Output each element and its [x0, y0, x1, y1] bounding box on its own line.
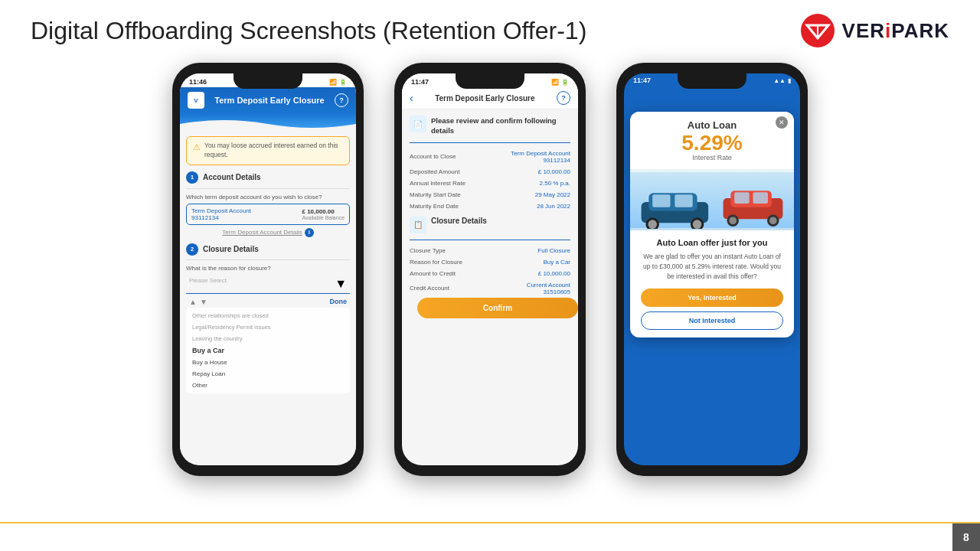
- detail-row-credit-amount: Amount to Credit £ 10,000.00: [410, 268, 570, 279]
- modal-offer-desc: We are glad to offer you an instant Auto…: [641, 252, 783, 281]
- warning-text: You may loose accrued interest earned on…: [204, 142, 343, 160]
- modal-body: Auto Loan offer just for you We are glad…: [630, 230, 794, 337]
- vp-small-logo: V: [188, 92, 204, 109]
- phones-container: 11:46 📶 🔋 V Term Deposit Early Closure ?: [0, 55, 980, 484]
- section-1-title: Account Details: [203, 173, 261, 181]
- detail-value-account: Term Deposit Account93112134: [511, 150, 570, 164]
- phone-1-help-button[interactable]: ?: [335, 93, 348, 107]
- dropdown-item-6[interactable]: Other: [186, 380, 350, 391]
- account-amount: £ 10,000.00: [302, 208, 345, 215]
- detail-row-end: Maturity End Date 28 Jun 2022: [410, 201, 570, 212]
- select-arrow: ▼: [335, 277, 347, 291]
- logo-area: VERiPARK: [801, 14, 949, 47]
- svg-point-10: [769, 217, 777, 224]
- done-button[interactable]: Done: [330, 298, 348, 305]
- info-icon: i: [305, 228, 314, 237]
- td-details-text: Term Deposit Account Details: [222, 229, 302, 236]
- warning-icon: ⚠: [193, 142, 201, 152]
- confirm-section: 📄 Please review and confirm following de…: [410, 116, 570, 136]
- battery-icon-2: 🔋: [561, 79, 569, 86]
- detail-value-reason: Buy a Car: [543, 259, 570, 266]
- account-selector[interactable]: Term Deposit Account93112134 £ 10,000.00…: [186, 204, 350, 225]
- svg-rect-13: [652, 194, 670, 207]
- closure-section-title: Closure Details: [431, 217, 487, 225]
- phone-2-header-title: Term Deposit Early Closure: [435, 94, 534, 103]
- detail-row-credit-account: Credit Account Current Account31510605: [410, 279, 570, 298]
- doc-icon-2: 📋: [410, 217, 426, 233]
- account-selector-name: Term Deposit Account93112134: [191, 207, 251, 221]
- phone-3: 11:47 ▲▲ ▮ ✕ Auto Loan 5.29% Interest Ra…: [616, 63, 808, 476]
- dropdown-item-0[interactable]: Other relationships are closed: [186, 310, 350, 321]
- warning-box: ⚠ You may loose accrued interest earned …: [186, 136, 350, 165]
- wave-divider: [180, 116, 356, 132]
- detail-label-account: Account to Close: [410, 153, 456, 160]
- reason-select[interactable]: Please Select ▼: [186, 275, 350, 294]
- section-2-number: 2: [186, 243, 198, 256]
- phone-2-content: 📄 Please review and confirm following de…: [402, 109, 578, 465]
- dropdown-item-2[interactable]: Leaving the country: [186, 333, 350, 344]
- modal-offer-title: Auto Loan offer just for you: [641, 238, 783, 247]
- auto-loan-modal: ✕ Auto Loan 5.29% Interest Rate: [630, 112, 794, 337]
- arrow-down[interactable]: ▼: [200, 298, 207, 306]
- dropdown-item-1[interactable]: Legal/Residency Permit issues: [186, 321, 350, 333]
- nav-left: ▲ ▼: [189, 298, 207, 306]
- arrow-up[interactable]: ▲: [189, 298, 197, 306]
- cars-svg: [630, 171, 794, 229]
- detail-value-end: 28 Jun 2022: [537, 203, 570, 210]
- phone-1-content: ⚠ You may loose accrued interest earned …: [180, 132, 356, 462]
- detail-divider-1: [410, 142, 570, 143]
- detail-value-rate: 2.50 % p.a.: [540, 180, 570, 187]
- confirm-button[interactable]: Confirm: [417, 298, 578, 318]
- detail-label-closure-type: Closure Type: [410, 247, 446, 254]
- phone-1-time: 11:46: [189, 78, 207, 86]
- detail-row-account: Account to Close Term Deposit Account931…: [410, 148, 570, 166]
- modal-rate-label: Interest Rate: [641, 154, 783, 161]
- dropdown-item-5[interactable]: Repay Loan: [186, 368, 350, 380]
- detail-label-credit-amount: Amount to Credit: [410, 270, 456, 277]
- phone-2-help-button[interactable]: ?: [557, 91, 570, 105]
- svg-point-8: [729, 217, 737, 224]
- detail-row-closure-type: Closure Type Full Closure: [410, 245, 570, 256]
- battery-icon: 🔋: [339, 79, 347, 86]
- detail-label-credit-account: Credit Account: [410, 285, 449, 292]
- wifi-icon-2: 📶: [551, 79, 559, 86]
- detail-value-start: 29 May 2022: [535, 191, 570, 198]
- td-details-link[interactable]: Term Deposit Account Details i: [186, 228, 350, 237]
- dropdown-item-3[interactable]: Buy a Car: [186, 344, 350, 357]
- yes-interested-button[interactable]: Yes, Interested: [641, 289, 783, 307]
- section-1-header: 1 Account Details: [186, 171, 350, 184]
- detail-row-rate: Annual Interest Rate 2.50 % p.a.: [410, 178, 570, 189]
- battery-icon-3: ▮: [788, 77, 791, 84]
- section-1-divider: [186, 188, 350, 189]
- account-question: Which term deposit account do you wish t…: [186, 194, 350, 201]
- confirm-title: Please review and confirm following deta…: [431, 116, 570, 136]
- bottom-accent-line: [0, 522, 980, 523]
- svg-rect-5: [734, 192, 749, 204]
- phone-3-notch: [678, 73, 746, 89]
- car-image-area: [630, 169, 794, 230]
- modal-product-title: Auto Loan: [641, 119, 783, 131]
- svg-rect-6: [753, 192, 768, 204]
- detail-label-end: Maturity End Date: [410, 203, 459, 210]
- phone-1-header-title: Term Deposit Early Closure: [214, 96, 324, 105]
- detail-label-start: Maturity Start Date: [410, 191, 461, 198]
- nav-arrows: ▲ ▼ Done: [186, 298, 350, 306]
- detail-row-reason: Reason for Closure Buy a Car: [410, 256, 570, 268]
- dropdown-item-4[interactable]: Buy a House: [186, 357, 350, 368]
- phone-3-screen: 11:47 ▲▲ ▮ ✕ Auto Loan 5.29% Interest Ra…: [624, 73, 800, 465]
- closure-details-section: 📋 Closure Details Closure Type Full Clos…: [410, 217, 570, 298]
- back-button[interactable]: ‹: [410, 92, 413, 104]
- detail-row-amount: Deposited Amount £ 10,000.00: [410, 166, 570, 178]
- modal-close-button[interactable]: ✕: [776, 116, 788, 129]
- detail-label-rate: Annual Interest Rate: [410, 180, 466, 187]
- detail-row-start: Maturity Start Date 29 May 2022: [410, 189, 570, 201]
- section-2-title: Closure Details: [203, 245, 259, 253]
- section-2-divider: [186, 259, 350, 260]
- phone-1-screen: 11:46 📶 🔋 V Term Deposit Early Closure ?: [180, 73, 356, 465]
- phone-2-screen: 11:47 📶 🔋 ‹ Term Deposit Early Closure ?…: [402, 73, 578, 465]
- page-title: Digital Offboarding Screenshots (Retenti…: [31, 17, 586, 45]
- wifi-icon-3: ▲▲: [773, 77, 786, 84]
- not-interested-button[interactable]: Not Interested: [641, 311, 783, 330]
- wifi-icon: 📶: [329, 79, 337, 86]
- phone-2-status-icons: 📶 🔋: [551, 79, 569, 86]
